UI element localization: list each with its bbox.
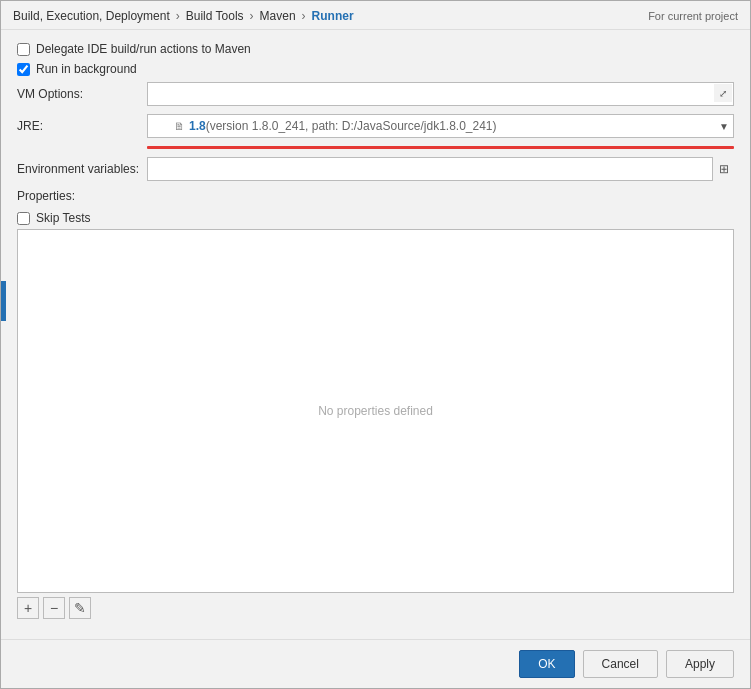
- ok-button[interactable]: OK: [519, 650, 574, 678]
- breadcrumb-sep-2: ›: [250, 9, 254, 23]
- vm-options-row: VM Options: ⤢: [17, 82, 734, 106]
- skip-tests-checkbox[interactable]: [17, 212, 30, 225]
- background-checkbox-row: Run in background: [17, 62, 734, 76]
- breadcrumb-sep-1: ›: [176, 9, 180, 23]
- jre-select-overlay[interactable]: 🗎 1.8 (version 1.8.0_241, path: D:/JavaS…: [147, 114, 734, 138]
- delegate-checkbox[interactable]: [17, 43, 30, 56]
- env-vars-input[interactable]: [147, 157, 734, 181]
- cancel-button[interactable]: Cancel: [583, 650, 658, 678]
- breadcrumb-runner: Runner: [312, 9, 354, 23]
- properties-section: Properties:: [17, 189, 734, 203]
- left-accent: [1, 281, 6, 321]
- env-vars-wrap: ⊞: [147, 157, 734, 181]
- skip-tests-label: Skip Tests: [36, 211, 90, 225]
- background-checkbox[interactable]: [17, 63, 30, 76]
- edit-property-button[interactable]: ✎: [69, 597, 91, 619]
- no-properties-text: No properties defined: [318, 404, 433, 418]
- vm-options-input[interactable]: [147, 82, 734, 106]
- breadcrumb-sep-3: ›: [302, 9, 306, 23]
- breadcrumb-build-execution: Build, Execution, Deployment: [13, 9, 170, 23]
- background-label: Run in background: [36, 62, 137, 76]
- breadcrumb-build-tools[interactable]: Build Tools: [186, 9, 244, 23]
- jre-select-wrap: 🗎 1.8 (version 1.8.0_241, path: D:/JavaS…: [147, 114, 734, 138]
- env-vars-edit-button[interactable]: ⊞: [712, 157, 734, 181]
- jre-dropdown-arrow: ▼: [719, 121, 729, 132]
- properties-table: No properties defined: [17, 229, 734, 593]
- delegate-label: Delegate IDE build/run actions to Maven: [36, 42, 251, 56]
- jre-row: JRE: 🗎 1.8 (version 1.8.0_241, path: D:/…: [17, 114, 734, 138]
- for-current-project-label: For current project: [648, 10, 738, 22]
- remove-property-button[interactable]: −: [43, 597, 65, 619]
- jre-version-text: 1.8: [189, 119, 206, 133]
- breadcrumb: Build, Execution, Deployment › Build Too…: [1, 1, 750, 30]
- skip-tests-row: Skip Tests: [17, 211, 734, 225]
- breadcrumb-maven[interactable]: Maven: [260, 9, 296, 23]
- delegate-checkbox-row: Delegate IDE build/run actions to Maven: [17, 42, 734, 56]
- table-actions: + − ✎: [17, 597, 734, 619]
- red-underline-annotation: [147, 146, 734, 149]
- properties-label: Properties:: [17, 189, 75, 203]
- settings-dialog: Build, Execution, Deployment › Build Too…: [0, 0, 751, 689]
- vm-options-wrap: ⤢: [147, 82, 734, 106]
- jre-path-text: (version 1.8.0_241, path: D:/JavaSource/…: [206, 119, 497, 133]
- jre-label: JRE:: [17, 119, 147, 133]
- env-vars-row: Environment variables: ⊞: [17, 157, 734, 181]
- settings-content: Delegate IDE build/run actions to Maven …: [1, 30, 750, 639]
- vm-options-expand-button[interactable]: ⤢: [714, 84, 732, 102]
- bottom-bar: OK Cancel Apply: [1, 639, 750, 688]
- env-vars-label: Environment variables:: [17, 162, 147, 176]
- apply-button[interactable]: Apply: [666, 650, 734, 678]
- jre-file-icon: 🗎: [174, 120, 185, 132]
- add-property-button[interactable]: +: [17, 597, 39, 619]
- vm-options-label: VM Options:: [17, 87, 147, 101]
